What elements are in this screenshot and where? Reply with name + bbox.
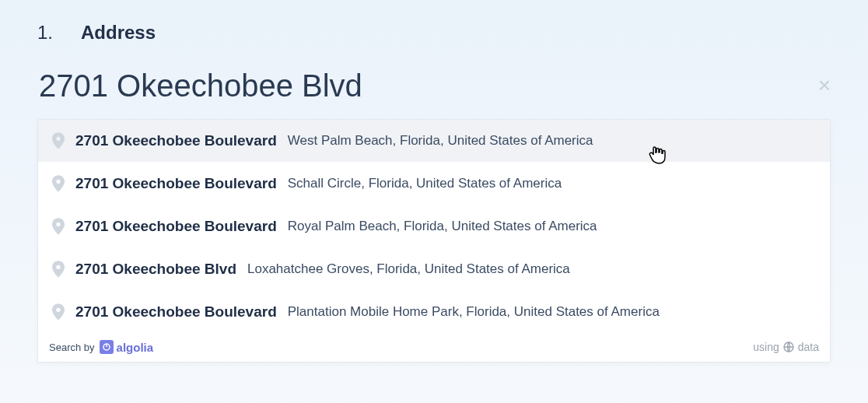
suggestions-dropdown: 2701 Okeechobee Boulevard West Palm Beac… — [37, 119, 831, 363]
pin-icon — [52, 303, 65, 321]
suggestion-primary: 2701 Okeechobee Boulevard — [75, 218, 277, 235]
search-by-label: Search by — [49, 342, 95, 353]
globe-icon — [782, 341, 795, 353]
suggestion-item[interactable]: 2701 Okeechobee Boulevard Plantation Mob… — [38, 291, 830, 334]
suggestion-item[interactable]: 2701 Okeechobee Boulevard Royal Palm Bea… — [38, 205, 830, 248]
algolia-icon — [100, 340, 114, 354]
suggestion-secondary: Schall Circle, Florida, United States of… — [288, 176, 562, 191]
suggestion-item[interactable]: 2701 Okeechobee Blvd Loxahatchee Groves,… — [38, 248, 830, 291]
suggestion-item[interactable]: 2701 Okeechobee Boulevard West Palm Beac… — [38, 120, 830, 163]
suggestion-item[interactable]: 2701 Okeechobee Boulevard Schall Circle,… — [38, 163, 830, 205]
field-label-address: Address — [81, 22, 156, 44]
data-label: data — [798, 341, 819, 353]
suggestion-primary: 2701 Okeechobee Boulevard — [75, 132, 277, 149]
suggestion-secondary: West Palm Beach, Florida, United States … — [288, 133, 593, 149]
suggestion-secondary: Plantation Mobile Home Park, Florida, Un… — [288, 304, 660, 320]
address-input-wrap: × 2701 Okeechobee Boulevard West Palm Be… — [37, 65, 831, 363]
form-step-header: 1. Address — [37, 22, 831, 44]
step-number: 1. — [37, 22, 59, 44]
clear-input-button[interactable]: × — [818, 75, 831, 96]
suggestion-secondary: Royal Palm Beach, Florida, United States… — [288, 219, 597, 234]
using-data-attribution: using data — [753, 341, 819, 353]
pin-icon — [52, 175, 65, 192]
algolia-logo: algolia — [100, 340, 154, 354]
pin-icon — [52, 261, 65, 278]
algolia-text: algolia — [117, 341, 154, 354]
pin-icon — [52, 218, 65, 235]
pin-icon — [52, 132, 65, 149]
suggestion-primary: 2701 Okeechobee Blvd — [75, 261, 236, 278]
address-input[interactable] — [37, 65, 831, 113]
suggestion-primary: 2701 Okeechobee Boulevard — [75, 175, 277, 192]
suggestion-secondary: Loxahatchee Groves, Florida, United Stat… — [247, 261, 570, 277]
dropdown-footer: Search by algolia using data — [38, 334, 830, 362]
using-label: using — [753, 341, 779, 353]
suggestion-primary: 2701 Okeechobee Boulevard — [75, 303, 277, 321]
search-by-attribution: Search by algolia — [49, 340, 153, 354]
